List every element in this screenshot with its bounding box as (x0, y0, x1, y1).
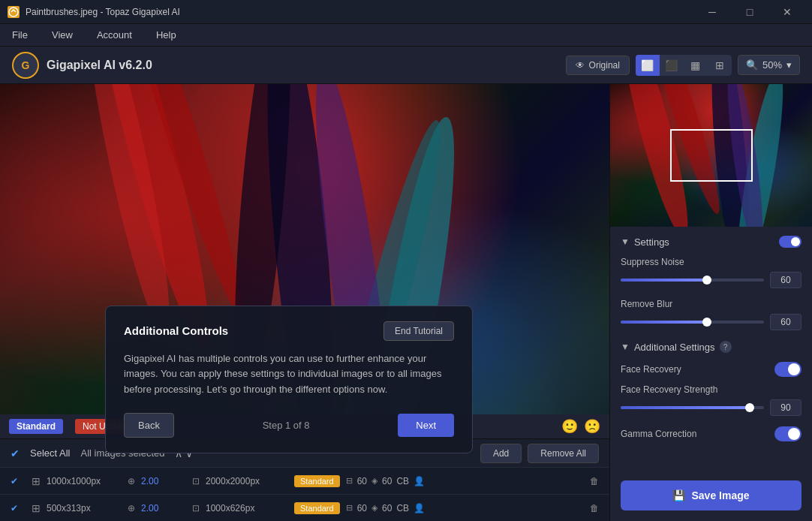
face-recovery-toggle[interactable] (774, 362, 801, 377)
table-row: ✔ ⊞ 1000x1000px ⊕ 2.00 ⊡ 2000x2000px Sta… (0, 467, 609, 494)
title-bar-left: Paintbrushes.jpeg - Topaz Gigapixel AI (8, 6, 180, 18)
standard-badge: Standard (9, 419, 63, 434)
menu-file[interactable]: File (8, 26, 32, 44)
header-controls: 👁 Original ⬜ ⬛ ▦ ⊞ 🔍 50% ▾ (566, 55, 800, 76)
settings-collapse-icon: ▼ (621, 236, 630, 247)
select-all-label[interactable]: Select All (30, 447, 70, 459)
original-button[interactable]: 👁 Original (566, 56, 630, 75)
next-button[interactable]: Next (398, 414, 454, 437)
blur-value-2: 60 (382, 503, 392, 513)
file-rows: ✔ ⊞ 1000x1000px ⊕ 2.00 ⊡ 2000x2000px Sta… (0, 467, 609, 521)
remove-blur-thumb[interactable] (702, 318, 711, 327)
suppress-noise-value[interactable]: 60 (770, 272, 801, 288)
emoji-group: 🙂 🙁 (561, 418, 600, 435)
output-icon-1: ⊡ (192, 476, 200, 486)
thumbnail-area (610, 84, 812, 227)
blur-icon-1: ◈ (371, 476, 377, 486)
remove-all-button[interactable]: Remove All (528, 444, 599, 463)
cb-label-1: CB (396, 476, 409, 486)
back-button[interactable]: Back (124, 413, 174, 438)
face-recovery-strength-value[interactable]: 90 (770, 399, 801, 416)
delete-button-1[interactable]: 🗑 (590, 476, 599, 486)
settings-section-header[interactable]: ▼ Settings (621, 236, 801, 248)
save-image-button[interactable]: 💾 Save Image (621, 480, 801, 510)
file-settings-1: ⊟ 60 ◈ 60 CB 👤 (346, 476, 425, 486)
face-recovery-strength-track[interactable] (621, 406, 764, 409)
suppress-noise-thumb[interactable] (702, 276, 711, 285)
blur-icon-2: ◈ (371, 503, 377, 513)
settings-section-label: Settings (634, 236, 669, 248)
cb-label-2: CB (396, 503, 409, 513)
delete-button-2[interactable]: 🗑 (590, 503, 599, 513)
sad-emoji-icon[interactable]: 🙁 (584, 418, 600, 435)
add-button[interactable]: Add (480, 444, 522, 463)
svg-text:G: G (22, 59, 30, 71)
zoom-icon: 🔍 (746, 59, 758, 71)
happy-emoji-icon[interactable]: 🙂 (561, 418, 578, 435)
menu-view[interactable]: View (47, 26, 77, 44)
remove-blur-setting: Remove Blur 60 (621, 299, 801, 330)
app-header: G Gigapixel AI v6.2.0 👁 Original ⬜ ⬛ ▦ ⊞… (0, 47, 812, 84)
face-recovery-strength-thumb[interactable] (745, 403, 754, 412)
view-single-button[interactable]: ⬜ (636, 55, 660, 76)
noise-icon-2: ⊟ (346, 503, 353, 513)
minimize-button[interactable]: ─ (695, 0, 729, 24)
noise-value-2: 60 (357, 503, 367, 513)
gamma-correction-toggle[interactable] (774, 426, 801, 441)
view-mode-group: ⬜ ⬛ ▦ ⊞ (636, 55, 732, 76)
step-indicator: Step 1 of 8 (183, 420, 389, 431)
noise-icon-1: ⊟ (346, 476, 353, 486)
remove-blur-value[interactable]: 60 (770, 314, 801, 330)
settings-panel: ▼ Settings Suppress Noise 60 (610, 227, 812, 473)
zoom-control[interactable]: 🔍 50% ▾ (738, 55, 800, 75)
additional-settings-header[interactable]: ▼ Additional Settings ? (621, 341, 801, 353)
face-recovery-strength-setting: Face Recovery Strength 90 (621, 384, 801, 416)
save-icon: 💾 (672, 489, 685, 501)
remove-blur-track[interactable] (621, 321, 764, 324)
app-title: Gigapixel AI v6.2.0 (47, 59, 152, 72)
menu-bar: File View Account Help (0, 24, 812, 47)
table-row: ✔ ⊞ 500x313px ⊕ 2.00 ⊡ 1000x626px Standa… (0, 494, 609, 521)
app-icon (8, 6, 20, 18)
noise-value-1: 60 (357, 476, 367, 486)
view-split-h-button[interactable]: ⬛ (660, 55, 684, 76)
scale-value-1: 2.00 (141, 476, 186, 486)
suppress-noise-setting: Suppress Noise 60 (621, 257, 801, 288)
additional-settings-help-icon[interactable]: ? (720, 341, 732, 353)
file-actions: Add Remove All (480, 444, 599, 463)
menu-help[interactable]: Help (152, 26, 181, 44)
face-icon-1: 👤 (414, 476, 425, 486)
gamma-correction-label: Gamma Correction (621, 429, 774, 439)
logo-icon: G (12, 52, 39, 79)
face-recovery-strength-label: Face Recovery Strength (621, 384, 801, 395)
dialog-header: Additional Controls End Tutorial (124, 321, 454, 341)
gamma-correction-row: Gamma Correction (621, 426, 801, 441)
model-badge-2[interactable]: Standard (294, 502, 340, 514)
suppress-noise-slider-container: 60 (621, 272, 801, 288)
select-all-checkbox[interactable]: ✔ (11, 447, 20, 459)
close-button[interactable]: ✕ (770, 0, 804, 24)
gamma-correction-thumb (788, 428, 800, 440)
end-tutorial-button[interactable]: End Tutorial (383, 321, 454, 341)
zoom-chevron-icon: ▾ (786, 59, 792, 71)
row-checkbox-2[interactable]: ✔ (11, 503, 26, 513)
settings-toggle-switch[interactable] (779, 236, 801, 248)
maximize-button[interactable]: □ (732, 0, 767, 24)
additional-settings-label: Additional Settings (634, 342, 715, 353)
additional-settings-collapse-icon: ▼ (621, 342, 630, 352)
view-split-v-button[interactable]: ▦ (684, 55, 708, 76)
menu-account[interactable]: Account (92, 26, 137, 44)
input-dimensions-1: 1000x1000px (47, 476, 122, 486)
model-badge-1[interactable]: Standard (294, 475, 340, 487)
thumbnail-viewport-indicator (670, 129, 753, 182)
face-recovery-strength-fill (621, 406, 750, 409)
eye-icon: 👁 (576, 60, 585, 71)
scale-value-2: 2.00 (141, 503, 186, 513)
save-button-label: Save Image (691, 489, 749, 501)
suppress-noise-track[interactable] (621, 279, 764, 282)
title-bar: Paintbrushes.jpeg - Topaz Gigapixel AI ─… (0, 0, 812, 24)
view-quad-button[interactable]: ⊞ (708, 55, 732, 76)
row-checkbox-1[interactable]: ✔ (11, 476, 26, 486)
suppress-noise-label: Suppress Noise (621, 257, 801, 267)
scale-icon-2: ⊕ (128, 503, 135, 513)
